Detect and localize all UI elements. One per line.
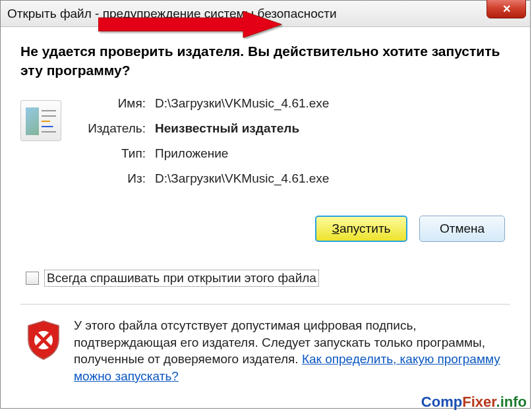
label-name: Имя: <box>73 96 155 111</box>
always-ask-label: Всегда спрашивать при открытии этого фай… <box>44 270 319 287</box>
watermark: CompFixer.info <box>421 394 527 411</box>
run-mnemonic: З <box>332 221 339 235</box>
divider <box>20 304 510 305</box>
file-icon <box>20 100 61 141</box>
value-publisher: Неизвестный издатель <box>155 121 299 136</box>
value-from: D:\Загрузки\VKMusic_4.61.exe <box>155 171 329 186</box>
shield-warning-icon <box>26 320 62 361</box>
value-type: Приложение <box>155 146 228 161</box>
warning-text: У этого файла отсутствует допустимая циф… <box>74 317 510 385</box>
label-from: Из: <box>73 171 155 186</box>
label-publisher: Издатель: <box>73 121 155 136</box>
cancel-button[interactable]: Отмена <box>419 216 505 242</box>
run-button[interactable]: Запустить <box>315 216 407 242</box>
close-button[interactable]: ✕ <box>487 0 526 18</box>
red-arrow-annotation <box>98 10 283 39</box>
value-name: D:\Загрузки\VKMusic_4.61.exe <box>155 96 329 111</box>
label-type: Тип: <box>73 146 155 161</box>
close-icon: ✕ <box>502 3 511 15</box>
svg-marker-0 <box>98 11 281 38</box>
dialog-heading: Не удается проверить издателя. Вы действ… <box>20 42 510 80</box>
always-ask-checkbox[interactable] <box>26 272 39 285</box>
file-info-table: Имя: D:\Загрузки\VKMusic_4.61.exe Издате… <box>73 96 510 196</box>
security-warning-dialog: Открыть файл - предупреждение системы бе… <box>0 0 531 409</box>
